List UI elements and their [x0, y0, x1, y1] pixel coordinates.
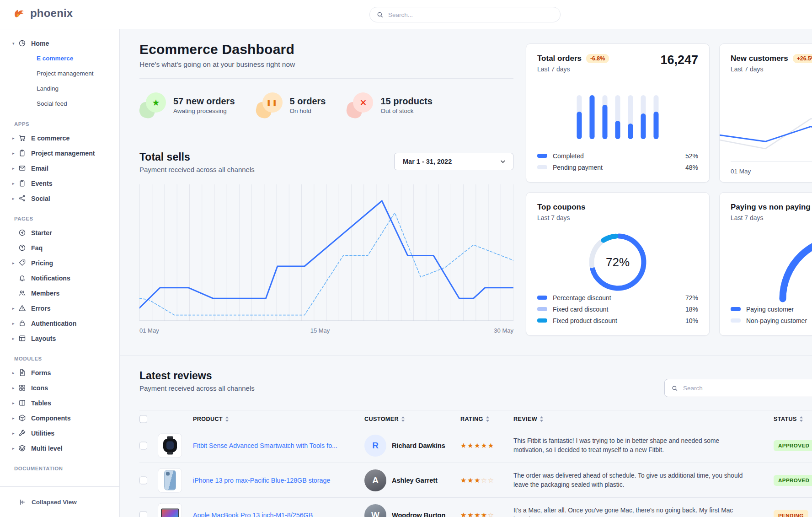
sidebar-item-events[interactable]: ▸ Events [0, 176, 119, 191]
sidebar-item-errors[interactable]: ▸ Errors [0, 301, 119, 316]
bell-icon [18, 274, 31, 282]
column-header-review[interactable]: REVIEW [513, 416, 544, 422]
collapsed-view-toggle[interactable]: Collapsed View [0, 486, 119, 517]
sidebar-item-home[interactable]: ▾ Home [0, 36, 119, 51]
global-search[interactable] [369, 7, 561, 22]
sidebar-item-notifications[interactable]: Notifications [0, 270, 119, 285]
sidebar-item-pricing[interactable]: ▸ Pricing [0, 255, 119, 270]
file-text-icon [18, 369, 31, 377]
caret-right-icon: ▸ [12, 321, 18, 326]
legend-item: Fixed product discount 10% [537, 315, 698, 326]
main-content: Ecommerce Dashboard Here's what's going … [120, 29, 812, 517]
product-link[interactable]: iPhone 13 pro max-Pacific Blue-128GB sto… [193, 477, 330, 484]
legend-swatch [731, 307, 741, 311]
sidebar-item-members[interactable]: Members [0, 285, 119, 301]
row-checkbox[interactable] [139, 512, 147, 517]
sidebar-section-modules: MODULES [0, 346, 119, 365]
product-link[interactable]: Fitbit Sense Advanced Smartwatch with To… [193, 442, 337, 449]
sidebar-item-utilities[interactable]: ▸ Utilities [0, 425, 119, 441]
row-checkbox[interactable] [139, 476, 147, 484]
trend-badge: +26.5% [793, 54, 812, 63]
product-image-smartwatch[interactable] [158, 433, 182, 458]
share-icon [18, 194, 31, 202]
card-period: Last 7 days [731, 65, 812, 73]
orders-bar-chart [577, 95, 659, 139]
row-checkbox[interactable] [139, 442, 147, 449]
sidebar: ▾ Home E commerce Project management Lan… [0, 29, 120, 517]
sidebar-subitem-ecommerce[interactable]: E commerce [0, 51, 119, 66]
sidebar-item-tables[interactable]: ▸ Tables [0, 395, 119, 410]
clipboard-icon [18, 179, 31, 187]
caret-right-icon: ▸ [12, 261, 18, 265]
x-tick: 01 May [731, 168, 751, 175]
phoenix-logo-icon [12, 6, 26, 20]
column-header-customer[interactable]: CUSTOMER [364, 416, 405, 422]
date-range-select[interactable]: Mar 1 - 31, 2022 [394, 153, 513, 170]
caret-right-icon: ▸ [12, 431, 18, 436]
legend-value: 10% [685, 317, 698, 324]
legend-swatch [537, 165, 547, 169]
phoenix-logo[interactable]: phoenix [12, 6, 73, 20]
caret-right-icon: ▸ [12, 336, 18, 341]
product-image-macbook[interactable] [158, 503, 182, 517]
top-coupons-card: Top coupons Last 7 days 72% Percentage d… [526, 192, 710, 336]
customer-name: Woodrow Burton [392, 512, 445, 517]
legend-label: Paying customer [746, 306, 794, 313]
sidebar-item-components[interactable]: ▸ Components [0, 410, 119, 425]
review-text: This Fitbit is fantastic! I was trying t… [513, 436, 751, 455]
divider [139, 78, 513, 79]
sidebar-item-label: Components [31, 415, 71, 422]
cart-icon [18, 134, 31, 142]
sidebar-item-label: Forms [31, 369, 51, 377]
sidebar-item-starter[interactable]: Starter [0, 225, 119, 240]
caret-right-icon: ▸ [12, 151, 18, 156]
legend-label: Completed [553, 152, 584, 160]
sidebar-item-project-management-app[interactable]: ▸ Project management [0, 145, 119, 161]
reviews-search-input[interactable] [683, 385, 812, 392]
x-tick: 30 May [494, 327, 513, 334]
sidebar-subitem-project-management[interactable]: Project management [0, 66, 119, 81]
total-sells-chart: 01 May 15 May 30 May [139, 184, 513, 337]
total-sells-chart-svg [139, 184, 513, 322]
sidebar-subitem-landing[interactable]: Landing [0, 81, 119, 96]
legend-value: 72% [685, 294, 698, 302]
sidebar-item-email[interactable]: ▸ Email [0, 161, 119, 176]
sidebar-item-ecommerce-app[interactable]: ▸ E commerce [0, 130, 119, 145]
wrench-icon [18, 429, 31, 437]
stat-out-of-stock: ✕ 15 products Out of stock [347, 92, 432, 118]
sidebar-section-pages: PAGES [0, 206, 119, 225]
column-header-product[interactable]: PRODUCT [193, 416, 229, 422]
sidebar-item-multi-level[interactable]: ▸ Multi level [0, 441, 119, 456]
sidebar-subitem-social-feed[interactable]: Social feed [0, 96, 119, 111]
sidebar-item-forms[interactable]: ▸ Forms [0, 365, 119, 380]
select-all-checkbox[interactable] [139, 415, 147, 423]
sidebar-item-social[interactable]: ▸ Social [0, 191, 119, 206]
product-link[interactable]: Apple MacBook Pro 13 inch-M1-8/256GB [193, 512, 313, 517]
legend-item: Fixed card discount 18% [537, 303, 698, 315]
avatar: A [364, 469, 386, 491]
sidebar-item-icons[interactable]: ▸ Icons [0, 380, 119, 395]
product-image-iphone[interactable] [158, 468, 182, 492]
stat-value: 5 orders [290, 96, 326, 107]
column-header-rating[interactable]: RATING [460, 416, 490, 422]
column-header-status[interactable]: STATUS [774, 416, 803, 422]
sidebar-section-apps: APPS [0, 111, 119, 130]
layers-icon [18, 444, 31, 452]
sidebar-item-label: Faq [31, 244, 43, 252]
sort-icon [225, 416, 229, 422]
package-icon [18, 414, 31, 422]
grid-icon [18, 384, 31, 392]
clipboard-icon [18, 149, 31, 157]
legend-label: Pending payment [553, 164, 603, 171]
sidebar-item-layouts[interactable]: ▸ Layouts [0, 331, 119, 346]
sidebar-item-faq[interactable]: Faq [0, 240, 119, 255]
pie-chart-icon [18, 39, 31, 47]
sidebar-item-authentication[interactable]: ▸ Authentication [0, 316, 119, 331]
avatar: R [364, 435, 386, 457]
global-search-input[interactable] [388, 11, 554, 18]
card-period: Last 7 days [537, 214, 698, 221]
reviews-search[interactable] [664, 379, 812, 397]
star-icon: ★ [139, 92, 166, 118]
x-tick: 15 May [310, 327, 330, 334]
stat-caption: Out of stock [380, 108, 432, 114]
